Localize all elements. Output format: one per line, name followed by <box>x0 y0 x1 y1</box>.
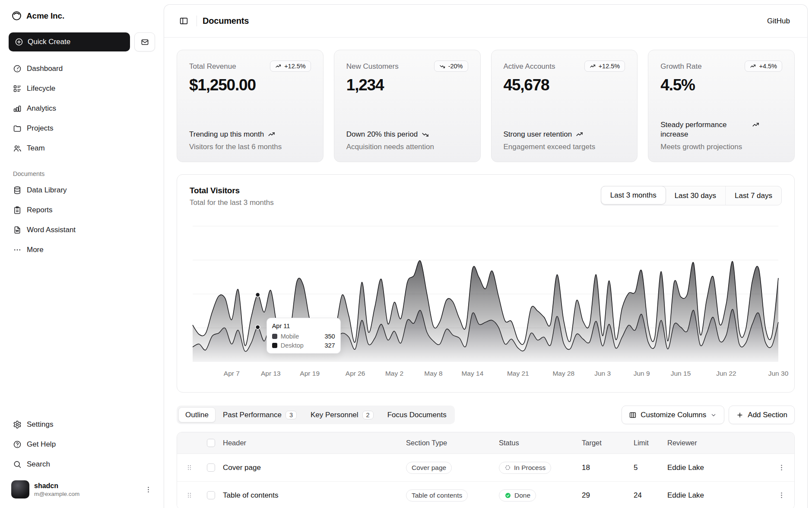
sidebar-item-get-help[interactable]: Get Help <box>8 435 156 454</box>
x-tick-label: Apr 13 <box>261 370 281 377</box>
trend-badge: +12.5% <box>584 61 625 72</box>
col-target: Target <box>574 439 626 447</box>
sidebar-item-dashboard[interactable]: Dashboard <box>8 59 156 78</box>
tab-focus-documents[interactable]: Focus Documents <box>381 407 453 422</box>
stat-label: New Customers <box>346 61 399 71</box>
range-last-30-days[interactable]: Last 30 days <box>666 186 725 205</box>
reviewer-cell[interactable]: Eddie Lake <box>665 463 768 472</box>
sidebar-item-team[interactable]: Team <box>8 139 156 157</box>
sidebar-item-label: Search <box>27 460 50 469</box>
stat-value: 1,234 <box>346 76 468 94</box>
logo-icon <box>11 10 22 21</box>
stat-label: Growth Rate <box>660 61 701 71</box>
report-icon <box>13 206 22 214</box>
sidebar-item-search[interactable]: Search <box>8 455 156 473</box>
tab-key-personnel[interactable]: Key Personnel 2 <box>304 407 380 422</box>
database-icon <box>13 186 22 195</box>
sidebar-item-reports[interactable]: Reports <box>8 201 156 219</box>
trend-badge: +12.5% <box>270 61 311 72</box>
page-content: Total Revenue +12.5% $1,250.00 Trending … <box>164 38 807 508</box>
drag-handle-icon[interactable] <box>185 463 193 472</box>
stat-footer-title: Strong user retention <box>504 130 572 139</box>
x-tick-label: Apr 7 <box>224 370 240 377</box>
sidebar-item-label: Reports <box>27 206 53 214</box>
x-tick-label: Apr 26 <box>346 370 365 377</box>
stat-footer-sub: Meets growth projections <box>660 143 782 151</box>
chart-title: Total Visitors <box>190 186 274 195</box>
table-row: Cover page Cover page In Process 18 5 Ed… <box>177 454 794 482</box>
quick-create-button[interactable]: Quick Create <box>9 32 130 51</box>
sidebar-item-data-library[interactable]: Data Library <box>8 181 156 199</box>
row-header-cell[interactable]: Table of contents <box>220 491 403 500</box>
inbox-button[interactable] <box>134 32 155 51</box>
github-link[interactable]: GitHub <box>762 13 795 29</box>
table-toolbar: Outline Past Performance 3 Key Personnel… <box>177 406 795 424</box>
sidebar-item-analytics[interactable]: Analytics <box>8 99 156 118</box>
trend-badge: -20% <box>434 61 468 72</box>
section-type-badge: Cover page <box>406 462 452 474</box>
stat-value: 45,678 <box>504 76 625 94</box>
trending-up-icon <box>268 131 276 138</box>
select-all-checkbox[interactable] <box>207 439 215 447</box>
tooltip-row-desktop: Desktop 327 <box>272 342 335 349</box>
target-cell[interactable]: 29 <box>574 491 626 500</box>
x-axis-ticks: Apr 7Apr 13Apr 19Apr 26May 2May 8May 14M… <box>193 367 778 381</box>
sidebar-item-word-assistant[interactable]: Word Assistant <box>8 220 156 239</box>
trending-up-icon <box>576 131 584 138</box>
main-nav: Dashboard Lifecycle Analytics Projects T… <box>8 59 156 157</box>
row-menu-icon[interactable] <box>777 491 786 499</box>
sidebar-item-settings[interactable]: Settings <box>8 415 156 434</box>
x-tick-label: May 14 <box>461 370 483 377</box>
stat-label: Active Accounts <box>504 61 555 71</box>
page-header: Documents GitHub <box>164 5 807 38</box>
more-vertical-icon[interactable] <box>144 486 152 494</box>
tab-count-badge: 3 <box>285 411 297 419</box>
mail-icon <box>141 38 149 46</box>
range-last-7-days[interactable]: Last 7 days <box>725 186 781 205</box>
tab-outline[interactable]: Outline <box>178 407 216 422</box>
user-name: shadcn <box>34 482 140 490</box>
tab-past-performance[interactable]: Past Performance 3 <box>216 407 303 422</box>
trending-up-icon <box>750 63 756 70</box>
row-checkbox[interactable] <box>207 463 215 472</box>
trending-up-icon <box>590 63 596 70</box>
sidebar-spacer <box>8 259 156 407</box>
sidebar-item-projects[interactable]: Projects <box>8 119 156 137</box>
sidebar-toggle-button[interactable] <box>176 14 191 29</box>
avatar <box>11 480 29 498</box>
stat-footer-title: Trending up this month <box>189 130 264 139</box>
table-header-row: Header Section Type Status Target Limit … <box>177 432 794 454</box>
add-section-button[interactable]: Add Section <box>729 406 795 424</box>
sidebar-item-more[interactable]: More <box>8 240 156 259</box>
user-menu[interactable]: shadcn m@example.com <box>8 477 156 502</box>
tab-count-badge: 2 <box>362 411 374 419</box>
sidebar-item-label: Analytics <box>27 104 56 113</box>
stat-label: Total Revenue <box>189 61 236 71</box>
user-meta: shadcn m@example.com <box>34 482 140 497</box>
sidebar-item-label: Team <box>27 144 45 153</box>
row-header-cell[interactable]: Cover page <box>220 463 403 472</box>
row-checkbox[interactable] <box>207 491 215 499</box>
customize-columns-button[interactable]: Customize Columns <box>622 406 724 424</box>
stat-footer-title: Steady performance increase <box>660 120 748 139</box>
limit-cell[interactable]: 5 <box>626 463 665 472</box>
stat-footer-title: Down 20% this period <box>346 130 418 139</box>
app-root: Acme Inc. Quick Create Dashboard Lifecyc… <box>0 0 812 508</box>
x-tick-label: May 2 <box>385 370 403 377</box>
trending-up-icon <box>275 63 282 70</box>
target-cell[interactable]: 18 <box>574 463 626 472</box>
limit-cell[interactable]: 24 <box>626 491 665 500</box>
range-last-3-months[interactable]: Last 3 months <box>601 186 666 204</box>
file-word-icon <box>13 226 22 234</box>
sidebar-item-lifecycle[interactable]: Lifecycle <box>8 79 156 98</box>
stat-value: 4.5% <box>660 76 782 94</box>
row-menu-icon[interactable] <box>777 463 786 472</box>
drag-handle-icon[interactable] <box>185 491 193 499</box>
help-icon <box>13 440 22 449</box>
col-reviewer: Reviewer <box>665 439 768 447</box>
page-title: Documents <box>203 16 249 26</box>
reviewer-cell[interactable]: Eddie Lake <box>665 491 768 500</box>
trending-up-icon <box>752 121 760 129</box>
main-panel: Documents GitHub Total Revenue +12.5% $1… <box>164 4 808 508</box>
brand[interactable]: Acme Inc. <box>8 6 156 26</box>
